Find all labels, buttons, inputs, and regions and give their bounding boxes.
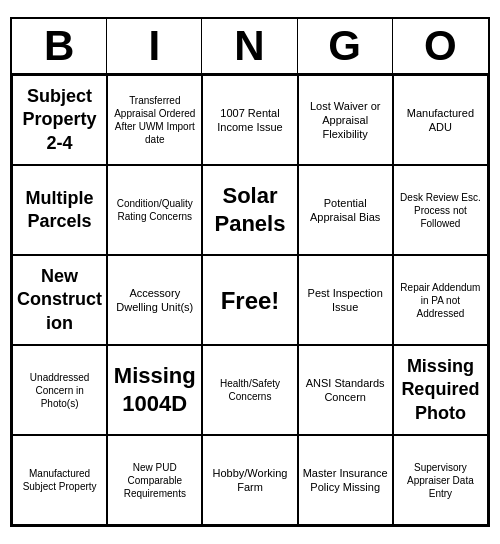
- letter-g: G: [298, 19, 393, 73]
- bingo-cell-4[interactable]: Manufactured ADU: [393, 75, 488, 165]
- bingo-cell-24[interactable]: Supervisory Appraiser Data Entry: [393, 435, 488, 525]
- bingo-cell-16[interactable]: Missing 1004D: [107, 345, 202, 435]
- bingo-cell-6[interactable]: Condition/Quality Rating Concerns: [107, 165, 202, 255]
- bingo-card: B I N G O Subject Property 2-4Transferre…: [10, 17, 490, 527]
- bingo-cell-2[interactable]: 1007 Rental Income Issue: [202, 75, 297, 165]
- letter-o: O: [393, 19, 488, 73]
- bingo-cell-12[interactable]: Free!: [202, 255, 297, 345]
- bingo-cell-0[interactable]: Subject Property 2-4: [12, 75, 107, 165]
- bingo-cell-3[interactable]: Lost Waiver or Appraisal Flexibility: [298, 75, 393, 165]
- bingo-header: B I N G O: [12, 19, 488, 75]
- bingo-cell-22[interactable]: Hobby/Working Farm: [202, 435, 297, 525]
- bingo-cell-5[interactable]: Multiple Parcels: [12, 165, 107, 255]
- bingo-cell-8[interactable]: Potential Appraisal Bias: [298, 165, 393, 255]
- bingo-cell-21[interactable]: New PUD Comparable Requirements: [107, 435, 202, 525]
- bingo-cell-23[interactable]: Master Insurance Policy Missing: [298, 435, 393, 525]
- letter-i: I: [107, 19, 202, 73]
- bingo-cell-1[interactable]: Transferred Appraisal Ordered After UWM …: [107, 75, 202, 165]
- letter-n: N: [202, 19, 297, 73]
- bingo-cell-17[interactable]: Health/Safety Concerns: [202, 345, 297, 435]
- bingo-cell-15[interactable]: Unaddressed Concern in Photo(s): [12, 345, 107, 435]
- bingo-cell-13[interactable]: Pest Inspection Issue: [298, 255, 393, 345]
- letter-b: B: [12, 19, 107, 73]
- bingo-cell-7[interactable]: Solar Panels: [202, 165, 297, 255]
- bingo-cell-20[interactable]: Manufactured Subject Property: [12, 435, 107, 525]
- bingo-cell-9[interactable]: Desk Review Esc. Process not Followed: [393, 165, 488, 255]
- bingo-grid: Subject Property 2-4Transferred Appraisa…: [12, 75, 488, 525]
- bingo-cell-11[interactable]: Accessory Dwelling Unit(s): [107, 255, 202, 345]
- bingo-cell-14[interactable]: Repair Addendum in PA not Addressed: [393, 255, 488, 345]
- bingo-cell-19[interactable]: Missing Required Photo: [393, 345, 488, 435]
- bingo-cell-10[interactable]: New Construction: [12, 255, 107, 345]
- bingo-cell-18[interactable]: ANSI Standards Concern: [298, 345, 393, 435]
